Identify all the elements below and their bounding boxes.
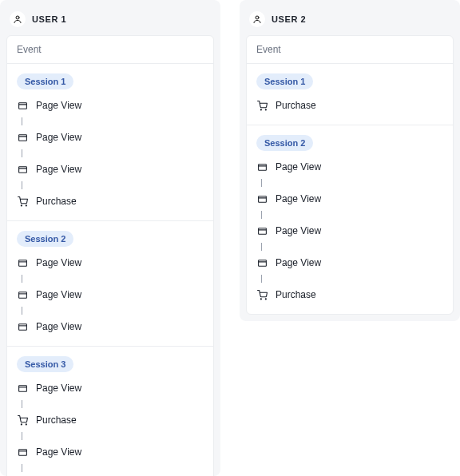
event-row: Page View xyxy=(17,255,204,271)
svg-rect-28 xyxy=(258,196,266,202)
event-row: Purchase xyxy=(256,97,443,113)
window-icon xyxy=(17,289,28,300)
svg-rect-11 xyxy=(18,292,26,298)
session-badge: Session 2 xyxy=(17,231,73,247)
event-label: Page View xyxy=(276,257,321,268)
svg-point-17 xyxy=(21,423,22,424)
session-block: Session 2 Page View Page View Page View … xyxy=(247,125,453,314)
user-column: USER 1 Event Session 1 Page View Page Vi… xyxy=(0,0,220,476)
connector xyxy=(256,207,443,223)
event-label: Page View xyxy=(276,193,321,204)
connector xyxy=(17,145,204,161)
event-label: Page View xyxy=(36,132,81,143)
svg-point-35 xyxy=(265,298,266,299)
event-card-header: Event xyxy=(7,36,213,64)
svg-rect-15 xyxy=(18,385,26,391)
cart-icon xyxy=(256,100,268,111)
connector xyxy=(17,177,204,193)
event-row: Page View xyxy=(17,97,204,113)
event-label: Purchase xyxy=(36,196,77,207)
event-label: Purchase xyxy=(276,289,316,300)
event-label: Purchase xyxy=(276,100,316,111)
connector xyxy=(256,271,443,287)
event-row: Purchase xyxy=(256,287,443,303)
cart-icon xyxy=(256,289,268,300)
svg-point-34 xyxy=(260,298,261,299)
event-row: Page View xyxy=(17,444,204,460)
event-card: Event Session 1 Purchase Session 2 Page … xyxy=(246,35,454,315)
connector xyxy=(17,113,204,129)
window-icon xyxy=(256,161,268,173)
user-title: USER 1 xyxy=(32,14,66,24)
event-label: Page View xyxy=(36,257,81,268)
svg-rect-5 xyxy=(18,166,26,173)
event-row: Page View xyxy=(17,319,204,335)
connector xyxy=(17,428,204,444)
event-card-header: Event xyxy=(247,36,453,64)
user-icon xyxy=(249,11,265,27)
event-row: Purchase xyxy=(17,412,204,428)
session-badge: Session 1 xyxy=(256,73,313,89)
window-icon xyxy=(256,257,268,268)
svg-point-25 xyxy=(265,109,266,109)
event-label: Page View xyxy=(276,161,321,173)
window-icon xyxy=(17,100,28,111)
cart-icon xyxy=(17,415,28,426)
connector xyxy=(17,396,204,412)
window-icon xyxy=(17,446,28,458)
svg-rect-32 xyxy=(258,260,266,266)
session-block: Session 1 Purchase xyxy=(247,64,453,125)
event-row: Page View xyxy=(17,380,204,396)
window-icon xyxy=(17,132,28,143)
connector xyxy=(256,239,443,255)
session-badge: Session 3 xyxy=(17,356,73,372)
window-icon xyxy=(256,225,268,236)
svg-rect-1 xyxy=(18,102,26,109)
session-badge: Session 1 xyxy=(17,73,73,89)
event-label: Page View xyxy=(36,100,81,111)
event-row: Page View xyxy=(256,223,443,239)
event-label: Page View xyxy=(276,225,321,236)
cart-icon xyxy=(17,196,28,207)
svg-rect-3 xyxy=(18,134,26,141)
svg-rect-26 xyxy=(258,164,266,170)
event-row: Page View xyxy=(17,129,204,145)
event-label: Purchase xyxy=(36,415,77,426)
window-icon xyxy=(256,193,268,204)
window-icon xyxy=(17,383,28,394)
event-label: Page View xyxy=(36,446,81,458)
window-icon xyxy=(17,257,28,268)
connector xyxy=(256,175,443,191)
event-label: Page View xyxy=(36,289,81,300)
window-icon xyxy=(17,321,28,332)
user-column: USER 2 Event Session 1 Purchase Session … xyxy=(240,0,460,321)
event-card: Event Session 1 Page View Page View Page… xyxy=(6,35,214,476)
session-block: Session 2 Page View Page View Page View xyxy=(7,221,213,347)
connector xyxy=(17,271,204,287)
event-label: Page View xyxy=(36,321,81,332)
user-header: USER 1 xyxy=(6,6,214,35)
svg-point-8 xyxy=(26,204,26,205)
event-row: Purchase xyxy=(17,193,204,209)
svg-rect-9 xyxy=(18,260,26,266)
svg-point-18 xyxy=(26,423,26,424)
user-header: USER 2 xyxy=(246,6,454,35)
session-badge: Session 2 xyxy=(256,135,313,151)
event-label: Page View xyxy=(36,164,81,175)
event-row: Page View xyxy=(256,159,443,175)
event-row: Page View xyxy=(256,255,443,271)
session-block: Session 1 Page View Page View Page View … xyxy=(7,64,213,221)
svg-point-0 xyxy=(16,16,19,19)
svg-rect-30 xyxy=(258,228,266,234)
user-icon xyxy=(10,11,26,27)
window-icon xyxy=(17,164,28,175)
event-label: Page View xyxy=(36,383,81,394)
event-row: Page View xyxy=(256,191,443,207)
svg-point-24 xyxy=(260,109,261,109)
event-row: Page View xyxy=(17,161,204,177)
svg-point-23 xyxy=(256,16,259,19)
user-title: USER 2 xyxy=(272,14,306,24)
connector xyxy=(17,303,204,319)
event-row: Page View xyxy=(17,287,204,303)
svg-point-7 xyxy=(21,204,22,205)
